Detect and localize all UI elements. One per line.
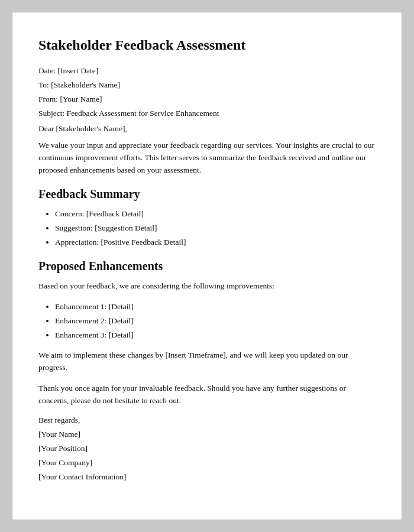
greeting-line: Dear [Stakeholder's Name],	[38, 124, 376, 134]
document-title: Stakeholder Feedback Assessment	[38, 36, 376, 54]
subject-line: Subject: Feedback Assessment for Service…	[38, 109, 376, 118]
closing-paragraph: Thank you once again for your invaluable…	[38, 382, 376, 407]
enhancements-list: Enhancement 1: [Detail] Enhancement 2: […	[38, 301, 376, 342]
signature-contact: [Your Contact Information]	[38, 472, 376, 482]
signature-name: [Your Name]	[38, 430, 376, 439]
feedback-summary-list: Concern: [Feedback Detail] Suggestion: […	[38, 208, 376, 249]
list-item: Enhancement 2: [Detail]	[55, 315, 376, 327]
from-line: From: [Your Name]	[38, 95, 376, 104]
list-item: Appreciation: [Positive Feedback Detail]	[55, 236, 376, 248]
timeline-paragraph: We aim to implement these changes by [In…	[38, 349, 376, 374]
feedback-summary-heading: Feedback Summary	[38, 187, 376, 201]
enhancements-intro: Based on your feedback, we are consideri…	[38, 280, 376, 293]
list-item: Enhancement 1: [Detail]	[55, 301, 376, 313]
list-item: Concern: [Feedback Detail]	[55, 208, 376, 220]
date-line: Date: [Insert Date]	[38, 66, 376, 76]
signature-block: Best regards, [Your Name] [Your Position…	[38, 416, 376, 482]
sign-off: Best regards,	[38, 416, 376, 425]
signature-position: [Your Position]	[38, 444, 376, 453]
to-line: To: [Stakeholder's Name]	[38, 80, 376, 90]
proposed-enhancements-heading: Proposed Enhancements	[38, 259, 376, 273]
intro-paragraph: We value your input and appreciate your …	[38, 140, 376, 177]
list-item: Enhancement 3: [Detail]	[55, 329, 376, 341]
document-container: Stakeholder Feedback Assessment Date: [I…	[12, 12, 402, 520]
list-item: Suggestion: [Suggestion Detail]	[55, 222, 376, 234]
signature-company: [Your Company]	[38, 458, 376, 468]
